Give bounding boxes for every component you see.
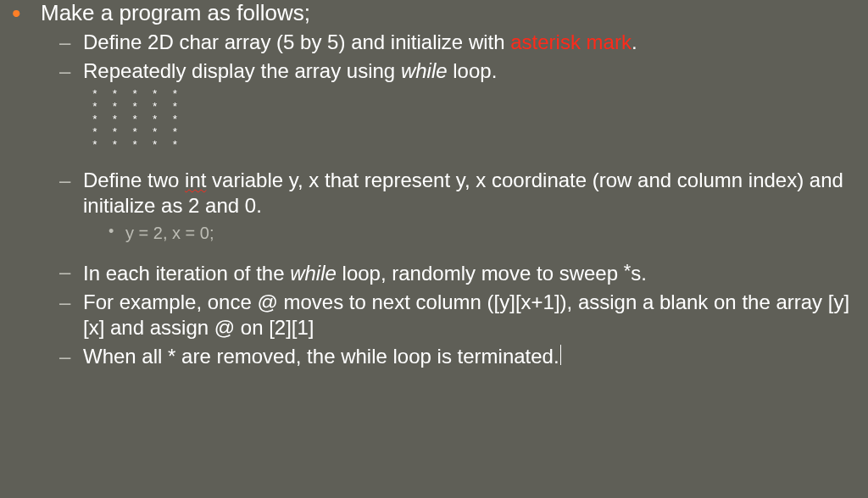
- text-while: while: [290, 262, 337, 285]
- bullet-example: For example, once @ moves to next column…: [0, 290, 860, 340]
- text-while: while: [401, 59, 448, 82]
- text-segment: loop, randomly move to sweep: [337, 262, 624, 285]
- bullet-define-array: Define 2D char array (5 by 5) and initia…: [0, 30, 860, 55]
- text-terminate: When all * are removed, the while loop i…: [83, 345, 559, 368]
- bullet-iteration: In each iteration of the while loop, ran…: [0, 259, 860, 286]
- text-segment: Define 2D char array (5 by 5) and initia…: [83, 30, 510, 53]
- slide-content: Make a program as follows; Define 2D cha…: [0, 0, 868, 369]
- text-segment: s.: [631, 262, 647, 285]
- text-asterisk-mark: asterisk mark: [510, 30, 632, 53]
- bullet-define-vars: Define two int variable y, x that repres…: [0, 168, 860, 219]
- text-example: For example, once @ moves to next column…: [83, 290, 849, 339]
- text-segment: .: [632, 30, 637, 53]
- text-segment: In each iteration of the: [83, 262, 290, 285]
- asterisk-grid: * * * * * * * * * * * * * * * * * * * * …: [92, 89, 860, 152]
- text-cursor: [560, 345, 561, 365]
- text-int: int: [185, 169, 206, 191]
- text-segment: loop.: [448, 59, 498, 82]
- text-star: *: [624, 260, 632, 281]
- bullet-display-array: Repeatedly display the array using while…: [0, 58, 860, 84]
- text-segment: Define two: [83, 169, 185, 191]
- bullet-terminate: When all * are removed, the while loop i…: [0, 344, 860, 369]
- sub-bullet-init: y = 2, x = 0;: [0, 222, 860, 244]
- text-init-values: y = 2, x = 0;: [125, 224, 214, 242]
- bullet-main-text: Make a program as follows;: [41, 0, 310, 25]
- bullet-main: Make a program as follows;: [0, 0, 860, 26]
- text-segment: Repeatedly display the array using: [83, 59, 401, 82]
